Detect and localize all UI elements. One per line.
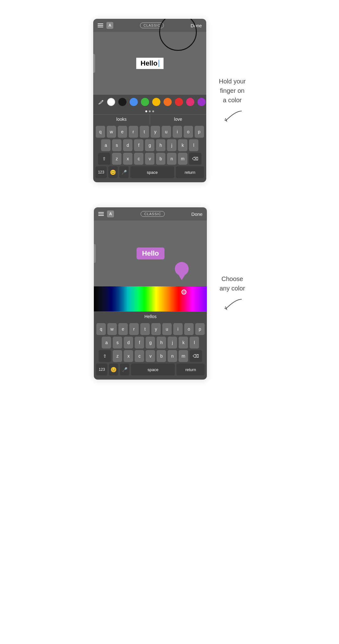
key-f[interactable]: f	[134, 139, 143, 151]
key-x[interactable]: x	[123, 153, 132, 165]
key-row-2-1: q w e r t y u i o p	[95, 323, 206, 335]
key2-p[interactable]: p	[195, 323, 205, 335]
dot-ind-1	[145, 110, 147, 112]
key2-space[interactable]: space	[131, 364, 175, 375]
key2-w[interactable]: w	[107, 323, 117, 335]
key-g[interactable]: g	[145, 139, 154, 151]
key-mic[interactable]: 🎤	[119, 166, 129, 178]
key-u[interactable]: u	[162, 126, 171, 138]
key2-num[interactable]: 123	[96, 364, 107, 375]
key-r[interactable]: r	[129, 126, 138, 138]
key2-s[interactable]: s	[113, 337, 122, 349]
key-space[interactable]: space	[130, 166, 174, 178]
classic-badge-2[interactable]: CLASSIC	[141, 211, 164, 217]
key2-u[interactable]: u	[162, 323, 172, 335]
done-button-2[interactable]: Done	[191, 211, 203, 217]
phone-frame-1: A CLASSIC Done Hello	[93, 19, 206, 182]
dot-ind-2	[149, 110, 151, 112]
color-teardrop	[175, 262, 189, 280]
hello-text-v2: Hello	[137, 247, 165, 259]
color-purple[interactable]	[197, 98, 206, 106]
key2-g[interactable]: g	[146, 337, 155, 349]
key-l[interactable]: l	[189, 139, 198, 151]
key2-t[interactable]: t	[140, 323, 150, 335]
menu-icon[interactable]	[98, 24, 103, 27]
key2-e[interactable]: e	[118, 323, 128, 335]
key2-backspace[interactable]: ⌫	[190, 350, 202, 362]
color-spectrum[interactable]	[94, 286, 207, 311]
topbar-left-2: A	[98, 210, 114, 217]
keyboard-2: q w e r t y u i o p a s d f g h j k l	[94, 321, 207, 380]
font-style-icon-2[interactable]: A	[107, 210, 114, 217]
autocomplete-hellos[interactable]: Hellos	[94, 312, 207, 321]
autocomplete-looks[interactable]: looks	[93, 114, 150, 124]
key-h[interactable]: h	[156, 139, 165, 151]
annotation-text-1: Hold yourfinger ona color	[219, 77, 246, 105]
key2-z[interactable]: z	[113, 350, 122, 362]
key2-h[interactable]: h	[157, 337, 166, 349]
key2-y[interactable]: y	[151, 323, 161, 335]
key-a[interactable]: a	[101, 139, 110, 151]
key2-shift[interactable]: ⇧	[99, 350, 111, 362]
key-shift[interactable]: ⇧	[98, 153, 110, 165]
key2-emoji[interactable]: 😊	[109, 364, 118, 375]
color-orange[interactable]	[164, 98, 172, 106]
key-t[interactable]: t	[140, 126, 149, 138]
key2-a[interactable]: a	[102, 337, 111, 349]
color-black[interactable]	[118, 98, 126, 106]
key2-x[interactable]: x	[124, 350, 133, 362]
key-o[interactable]: o	[184, 126, 193, 138]
key2-b[interactable]: b	[157, 350, 166, 362]
color-green[interactable]	[141, 98, 149, 106]
menu-icon-2[interactable]	[98, 212, 104, 216]
key2-r[interactable]: r	[129, 323, 139, 335]
key-y[interactable]: y	[151, 126, 160, 138]
key2-return[interactable]: return	[176, 364, 205, 375]
pencil-icon[interactable]	[98, 98, 104, 106]
color-red[interactable]	[175, 98, 183, 106]
key-v[interactable]: v	[145, 153, 154, 165]
key-emoji[interactable]: 😊	[108, 166, 118, 178]
key2-q[interactable]: q	[96, 323, 106, 335]
key-m[interactable]: m	[178, 153, 187, 165]
key-p[interactable]: p	[195, 126, 204, 138]
key-b[interactable]: b	[156, 153, 165, 165]
key-row-3: ⇧ z x c v b n m ⌫	[94, 153, 205, 165]
key-n[interactable]: n	[167, 153, 176, 165]
autocomplete-love[interactable]: love	[150, 114, 207, 124]
key2-k[interactable]: k	[179, 337, 188, 349]
key-w[interactable]: w	[107, 126, 116, 138]
key-e[interactable]: e	[118, 126, 127, 138]
key-return[interactable]: return	[176, 166, 204, 178]
key-num[interactable]: 123	[95, 166, 107, 178]
key2-l[interactable]: l	[190, 337, 199, 349]
key2-v[interactable]: v	[146, 350, 155, 362]
font-style-icon[interactable]: A	[106, 22, 113, 29]
key2-f[interactable]: f	[135, 337, 144, 349]
key-row-2-2: a s d f g h j k l	[95, 337, 206, 349]
screen-section-2: A CLASSIC Done Hello Hellos	[94, 207, 245, 380]
key-i[interactable]: i	[173, 126, 182, 138]
key-j[interactable]: j	[167, 139, 176, 151]
key-c[interactable]: c	[134, 153, 143, 165]
key-q[interactable]: q	[96, 126, 105, 138]
key2-m[interactable]: m	[179, 350, 188, 362]
key-k[interactable]: k	[178, 139, 187, 151]
key-d[interactable]: d	[123, 139, 132, 151]
key2-n[interactable]: n	[168, 350, 177, 362]
key2-c[interactable]: c	[135, 350, 144, 362]
color-blue[interactable]	[130, 98, 138, 106]
key2-i[interactable]: i	[173, 323, 183, 335]
key-z[interactable]: z	[112, 153, 121, 165]
key2-j[interactable]: j	[168, 337, 177, 349]
key-backspace[interactable]: ⌫	[189, 153, 202, 165]
key2-mic[interactable]: 🎤	[120, 364, 129, 375]
color-pink[interactable]	[186, 98, 194, 106]
key2-o[interactable]: o	[184, 323, 194, 335]
color-white[interactable]	[107, 98, 115, 106]
color-yellow[interactable]	[152, 98, 160, 106]
annotation-1: Hold yourfinger ona color	[219, 77, 246, 125]
key-s[interactable]: s	[112, 139, 121, 151]
side-handle-2	[94, 244, 96, 263]
key2-d[interactable]: d	[124, 337, 133, 349]
